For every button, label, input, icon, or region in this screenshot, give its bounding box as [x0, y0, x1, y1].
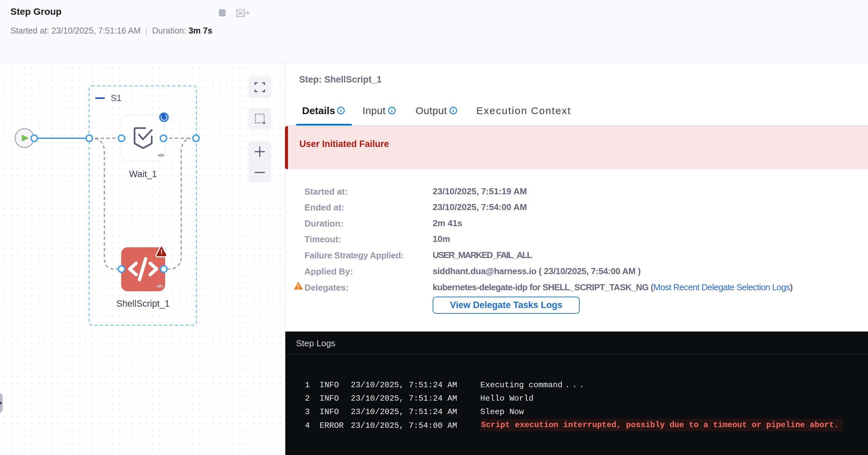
- svg-text:</>: </>: [157, 284, 163, 289]
- svg-text:S1: S1: [111, 93, 122, 103]
- svg-text:!: !: [160, 248, 163, 256]
- svg-text:</>: </>: [158, 153, 164, 158]
